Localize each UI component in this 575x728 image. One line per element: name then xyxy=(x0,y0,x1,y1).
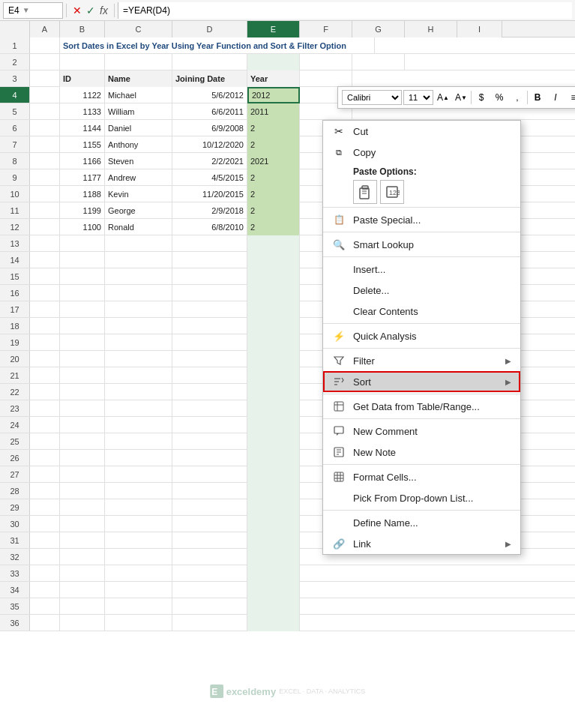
mini-toolbar[interactable]: Calibri 11 A▲ A▼ $ % , B I ≡ A ▦ .0→.00 … xyxy=(337,86,575,109)
mini-shrink-btn[interactable]: A▼ xyxy=(453,89,469,106)
menu-item-new-note[interactable]: New Note xyxy=(323,442,520,463)
cell-c9[interactable]: Andrew xyxy=(105,169,172,186)
mini-font-select[interactable]: Calibri xyxy=(342,90,402,105)
cell-c2[interactable] xyxy=(105,54,172,70)
cell-d6[interactable]: 6/9/2008 xyxy=(172,120,247,136)
menu-item-copy[interactable]: ⧉ Copy xyxy=(323,142,520,163)
cell-a8[interactable] xyxy=(30,153,60,169)
menu-item-smart-lookup[interactable]: 🔍 Smart Lookup xyxy=(323,234,520,255)
cell-a4[interactable] xyxy=(30,87,60,103)
mini-size-select[interactable]: 11 xyxy=(403,90,433,105)
cell-e6[interactable]: 2 xyxy=(247,120,300,136)
cell-f3[interactable] xyxy=(300,70,352,87)
cell-c4[interactable]: Michael xyxy=(105,87,172,103)
menu-item-new-comment[interactable]: New Comment xyxy=(323,421,520,442)
cell-d11[interactable]: 2/9/2018 xyxy=(172,202,247,219)
col-header-c[interactable]: C xyxy=(105,21,172,37)
col-header-g[interactable]: G xyxy=(352,21,405,37)
cell-e12[interactable]: 2 xyxy=(247,219,300,235)
formula-input[interactable] xyxy=(118,2,572,19)
mini-align-btn[interactable]: ≡ xyxy=(565,89,575,106)
cell-b12[interactable]: 1100 xyxy=(60,219,105,235)
cell-a11[interactable] xyxy=(30,202,60,219)
confirm-formula-icon[interactable]: ✓ xyxy=(86,4,95,16)
cell-b6[interactable]: 1144 xyxy=(60,120,105,136)
cell-reference-box[interactable]: E4 ▼ xyxy=(3,2,63,19)
cell-b10[interactable]: 1188 xyxy=(60,186,105,202)
menu-item-pick-dropdown[interactable]: Pick From Drop-down List... xyxy=(323,487,520,508)
cell-c3-name[interactable]: Name xyxy=(105,70,172,87)
menu-item-cut[interactable]: ✂ Cut xyxy=(323,121,520,142)
cell-d4[interactable]: 5/6/2012 xyxy=(172,87,247,103)
menu-item-delete[interactable]: Delete... xyxy=(323,280,520,301)
cell-a6[interactable] xyxy=(30,120,60,136)
menu-item-define-name[interactable]: Define Name... xyxy=(323,512,520,533)
col-header-f[interactable]: F xyxy=(300,21,352,37)
cell-a10[interactable] xyxy=(30,186,60,202)
cell-d9[interactable]: 4/5/2015 xyxy=(172,169,247,186)
cell-b2[interactable] xyxy=(60,54,105,70)
cell-e9[interactable]: 2 xyxy=(247,169,300,186)
cell-c7[interactable]: Anthony xyxy=(105,136,172,153)
cell-e11[interactable]: 2 xyxy=(247,202,300,219)
cell-b7[interactable]: 1155 xyxy=(60,136,105,153)
cell-f2[interactable] xyxy=(300,54,352,70)
cell-b5[interactable]: 1133 xyxy=(60,103,105,120)
cell-c5[interactable]: William xyxy=(105,103,172,120)
cancel-formula-icon[interactable]: ✕ xyxy=(73,4,82,16)
cell-b8[interactable]: 1166 xyxy=(60,153,105,169)
menu-item-get-data[interactable]: Get Data from Table/Range... xyxy=(323,396,520,417)
paste-btn-2[interactable]: 123 xyxy=(380,180,404,204)
cell-d12[interactable]: 6/8/2010 xyxy=(172,219,247,235)
cell-d3-date[interactable]: Joining Date xyxy=(172,70,247,87)
cell-d7[interactable]: 10/12/2020 xyxy=(172,136,247,153)
menu-item-insert[interactable]: Insert... xyxy=(323,259,520,280)
cell-c6[interactable]: Daniel xyxy=(105,120,172,136)
cell-a3[interactable] xyxy=(30,70,60,87)
insert-function-icon[interactable]: fx xyxy=(100,4,108,16)
cell-a12[interactable] xyxy=(30,219,60,235)
mini-grow-btn[interactable]: A▲ xyxy=(435,89,451,106)
cell-e8[interactable]: 2021 xyxy=(247,153,300,169)
col-header-h[interactable]: H xyxy=(405,21,457,37)
cell-d5[interactable]: 6/6/2011 xyxy=(172,103,247,120)
mini-bold-btn[interactable]: B xyxy=(529,89,546,106)
cell-e7[interactable]: 2 xyxy=(247,136,300,153)
menu-item-filter[interactable]: Filter ▶ xyxy=(323,350,520,371)
menu-item-sort[interactable]: Sort ▶ xyxy=(323,371,520,392)
cell-a9[interactable] xyxy=(30,169,60,186)
cell-c10[interactable]: Kevin xyxy=(105,186,172,202)
cell-a1[interactable] xyxy=(30,37,60,54)
cell-c8[interactable]: Steven xyxy=(105,153,172,169)
mini-comma-btn[interactable]: , xyxy=(509,89,526,106)
cell-d8[interactable]: 2/2/2021 xyxy=(172,153,247,169)
menu-item-format-cells[interactable]: Format Cells... xyxy=(323,466,520,487)
cell-d10[interactable]: 11/20/2015 xyxy=(172,186,247,202)
cell-c12[interactable]: Ronald xyxy=(105,219,172,235)
paste-btn-1[interactable] xyxy=(353,180,377,204)
cell-c11[interactable]: George xyxy=(105,202,172,219)
cell-b11[interactable]: 1199 xyxy=(60,202,105,219)
col-header-i[interactable]: I xyxy=(457,21,502,37)
cell-a5[interactable] xyxy=(30,103,60,120)
cell-b9[interactable]: 1177 xyxy=(60,169,105,186)
col-header-d[interactable]: D xyxy=(172,21,247,37)
col-header-e[interactable]: E xyxy=(247,21,300,37)
cell-a7[interactable] xyxy=(30,136,60,153)
cell-e2[interactable] xyxy=(247,54,300,70)
mini-italic-btn[interactable]: I xyxy=(547,89,564,106)
menu-item-paste-special[interactable]: 📋 Paste Special... xyxy=(323,209,520,230)
cell-b4[interactable]: 1122 xyxy=(60,87,105,103)
col-header-b[interactable]: B xyxy=(60,21,105,37)
cell-d2[interactable] xyxy=(172,54,247,70)
menu-item-clear-contents[interactable]: Clear Contents xyxy=(323,301,520,322)
cell-g2[interactable] xyxy=(352,54,405,70)
cell-e4[interactable]: 2012 xyxy=(247,87,300,103)
mini-percent-btn[interactable]: % xyxy=(491,89,508,106)
menu-item-quick-analysis[interactable]: ⚡ Quick Analysis xyxy=(323,325,520,346)
cell-e10[interactable]: 2 xyxy=(247,186,300,202)
cell-b3-id[interactable]: ID xyxy=(60,70,105,87)
mini-dollar-btn[interactable]: $ xyxy=(473,89,490,106)
cell-a2[interactable] xyxy=(30,54,60,70)
cell-e3-year[interactable]: Year xyxy=(247,70,300,87)
